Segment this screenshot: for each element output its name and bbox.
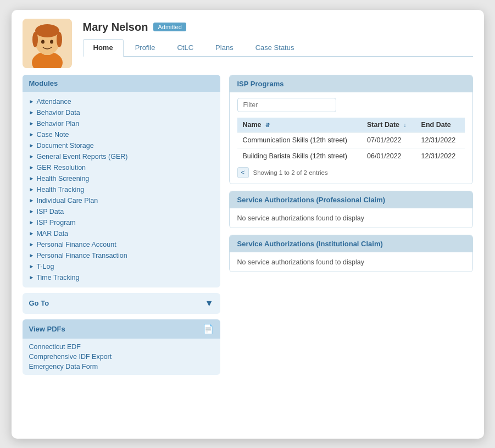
isp-programs-body: Name ⇵ Start Date ↓ End Date Communicati…: [230, 92, 472, 184]
admitted-badge: Admitted: [153, 23, 186, 31]
table-entries-label: Showing 1 to 2 of 2 entries: [253, 169, 328, 176]
module-health-screening[interactable]: ► Health Screening: [23, 173, 220, 184]
col-start-date[interactable]: Start Date ↓: [361, 118, 416, 132]
sort-icon: ↓: [404, 122, 407, 128]
module-behavior-plan[interactable]: ► Behavior Plan: [23, 118, 220, 129]
arrow-icon: ►: [29, 274, 35, 280]
arrow-icon: ►: [29, 131, 35, 137]
app-container: Mary Nelson Admitted Home Profile CtLC P…: [12, 10, 484, 439]
pagination-prev-button[interactable]: <: [237, 167, 249, 178]
module-label: Behavior Data: [36, 109, 80, 117]
cell-name: Building Barista Skills (12th street): [237, 148, 362, 164]
no-data-message: No service authorizations found to displ…: [237, 212, 364, 224]
arrow-icon: ►: [29, 109, 35, 115]
pdf-panel-body: Connecticut EDF Comprehensive IDF Export…: [23, 339, 220, 375]
module-label: MAR Data: [36, 230, 68, 237]
table-row: Building Barista Skills (12th street) 06…: [237, 148, 465, 164]
pdf-link-comprehensive-idf[interactable]: Comprehensive IDF Export: [29, 353, 214, 361]
tab-case-status[interactable]: Case Status: [245, 39, 305, 56]
header-right: Mary Nelson Admitted Home Profile CtLC P…: [83, 19, 473, 57]
modules-header: Modules: [23, 75, 220, 92]
cell-end-date: 12/31/2022: [416, 132, 465, 148]
pdf-panel: View PDFs 📄 Connecticut EDF Comprehensiv…: [23, 319, 220, 375]
cell-name: Communication Skills (12th street): [237, 132, 362, 148]
arrow-icon: ►: [29, 263, 35, 269]
service-auth-institutional-body: No service authorizations found to displ…: [230, 252, 472, 272]
service-auth-professional-header: Service Authorizations (Professional Cla…: [230, 191, 472, 208]
cell-start-date: 06/01/2022: [361, 148, 416, 164]
pdf-link-connecticut-edf[interactable]: Connecticut EDF: [29, 343, 214, 351]
service-auth-professional-panel: Service Authorizations (Professional Cla…: [229, 191, 473, 228]
arrow-icon: ►: [29, 186, 35, 192]
pdf-link-emergency-data-form[interactable]: Emergency Data Form: [29, 363, 214, 370]
module-tlog[interactable]: ► T-Log: [23, 261, 220, 272]
module-behavior-data[interactable]: ► Behavior Data: [23, 107, 220, 118]
module-time-tracking[interactable]: ► Time Tracking: [23, 272, 220, 283]
service-auth-institutional-panel: Service Authorizations (Institutional Cl…: [229, 235, 473, 272]
col-name[interactable]: Name ⇵: [237, 118, 362, 132]
module-pf-account[interactable]: ► Personal Finance Account: [23, 239, 220, 250]
table-row: Communication Skills (12th street) 07/01…: [237, 132, 465, 148]
goto-panel[interactable]: Go To ▼: [23, 293, 220, 314]
module-pf-transaction[interactable]: ► Personal Finance Transaction: [23, 250, 220, 261]
sidebar: Modules ► Attendance ► Behavior Data ► B…: [23, 75, 220, 428]
module-label: Document Storage: [36, 142, 93, 150]
module-label: ISP Data: [36, 208, 64, 215]
module-label: Individual Care Plan: [36, 197, 98, 204]
patient-name: Mary Nelson: [83, 21, 148, 34]
right-content: ISP Programs Name ⇵ Start Date ↓: [220, 75, 473, 428]
svg-point-4: [35, 24, 59, 37]
module-label: Case Note: [36, 131, 69, 139]
module-mar-data[interactable]: ► MAR Data: [23, 228, 220, 239]
module-attendance[interactable]: ► Attendance: [23, 96, 220, 107]
module-health-tracking[interactable]: ► Health Tracking: [23, 184, 220, 195]
tab-plans[interactable]: Plans: [205, 39, 244, 56]
arrow-icon: ►: [29, 153, 35, 159]
module-label: Health Tracking: [36, 186, 84, 193]
module-label: T-Log: [36, 263, 54, 270]
tabs-bar: Home Profile CtLC Plans Case Status: [83, 39, 473, 57]
module-isp-data[interactable]: ► ISP Data: [23, 206, 220, 217]
col-end-date: End Date: [416, 118, 465, 132]
arrow-icon: ►: [29, 98, 35, 104]
isp-programs-panel: ISP Programs Name ⇵ Start Date ↓: [229, 75, 473, 184]
arrow-icon: ►: [29, 208, 35, 214]
isp-programs-table: Name ⇵ Start Date ↓ End Date Communicati…: [237, 118, 465, 164]
service-auth-institutional-header: Service Authorizations (Institutional Cl…: [230, 235, 472, 252]
main-content: Modules ► Attendance ► Behavior Data ► B…: [12, 68, 484, 439]
chevron-down-icon: ▼: [205, 298, 214, 308]
module-case-note[interactable]: ► Case Note: [23, 129, 220, 140]
tab-home[interactable]: Home: [83, 39, 124, 57]
sort-icon: ⇵: [265, 122, 270, 128]
arrow-icon: ►: [29, 230, 35, 236]
arrow-icon: ►: [29, 197, 35, 203]
svg-point-5: [32, 32, 38, 47]
module-ger[interactable]: ► General Event Reports (GER): [23, 151, 220, 162]
module-label: Health Screening: [36, 175, 89, 182]
cell-end-date: 12/31/2022: [416, 148, 465, 164]
module-ger-resolution[interactable]: ► GER Resolution: [23, 162, 220, 173]
arrow-icon: ►: [29, 175, 35, 181]
tab-profile[interactable]: Profile: [125, 39, 166, 56]
module-label: GER Resolution: [36, 164, 86, 172]
top-section: Mary Nelson Admitted Home Profile CtLC P…: [12, 10, 484, 68]
table-footer: < Showing 1 to 2 of 2 entries: [237, 167, 465, 178]
module-label: Behavior Plan: [36, 120, 79, 128]
tab-ctlc[interactable]: CtLC: [166, 39, 204, 56]
module-icp[interactable]: ► Individual Care Plan: [23, 195, 220, 206]
arrow-icon: ►: [29, 252, 35, 258]
no-data-message: No service authorizations found to displ…: [237, 256, 364, 268]
module-label: General Event Reports (GER): [36, 153, 127, 161]
svg-point-7: [41, 40, 45, 43]
pdf-icon: 📄: [203, 324, 214, 334]
cell-start-date: 07/01/2022: [361, 132, 416, 148]
modules-panel: Modules ► Attendance ► Behavior Data ► B…: [23, 75, 220, 287]
module-isp-program[interactable]: ► ISP Program: [23, 217, 220, 228]
arrow-icon: ►: [29, 219, 35, 225]
pdf-panel-title: View PDFs: [29, 325, 65, 333]
module-document-storage[interactable]: ► Document Storage: [23, 140, 220, 151]
filter-input[interactable]: [237, 98, 336, 112]
arrow-icon: ►: [29, 164, 35, 170]
goto-label: Go To: [29, 299, 49, 307]
module-label: ISP Program: [36, 219, 75, 226]
